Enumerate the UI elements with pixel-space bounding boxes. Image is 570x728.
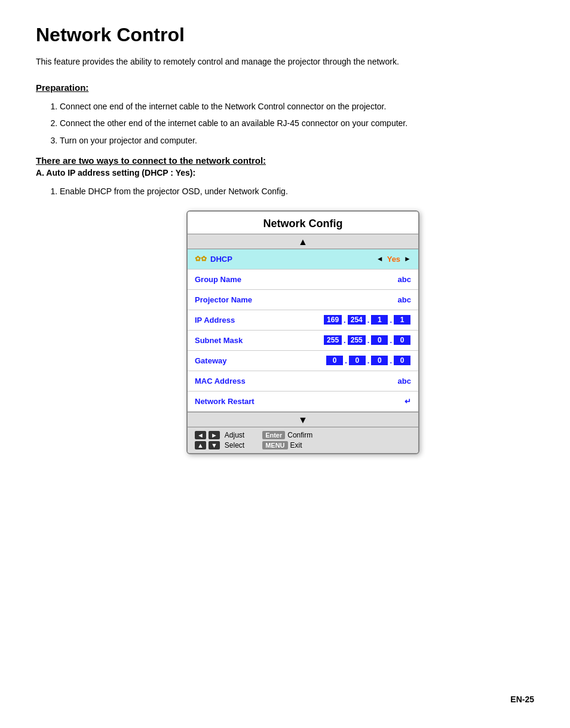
page-title: Network Control [36,24,534,46]
subnet-octet-4: 0 [394,335,410,345]
prep-step-3: Turn on your projector and computer. [60,134,534,147]
ip-octet-2: 254 [348,315,366,325]
ip-octet-3: 1 [371,315,388,325]
dhcp-arrow-left: ◄ [376,255,384,263]
osd-dialog: Network Config ▲ ✿✿ DHCP ◄ Yes ► Group N… [186,210,419,454]
osd-row-gateway: Gateway 0 . 0 . 0 . 0 [188,351,418,371]
footer-adjust-label: Adjust [225,431,244,439]
prep-step-1: Connect one end of the internet cable to… [60,100,534,113]
page-number: EN-25 [510,695,534,704]
footer-exit-label: Exit [290,441,302,449]
osd-label-group-name: Group Name [195,275,398,284]
osd-down-arrow: ▼ [188,412,418,427]
subnet-octet-1: 255 [324,335,342,345]
osd-value-mac-address: abc [398,377,411,386]
footer-confirm: Enter Confirm [262,431,312,439]
osd-label-projector-name: Projector Name [195,295,398,304]
osd-up-arrow: ▲ [188,234,418,249]
osd-container: Network Config ▲ ✿✿ DHCP ◄ Yes ► Group N… [72,210,534,454]
osd-value-network-restart: ↵ [404,397,411,406]
osd-label-mac-address: MAC Address [195,377,398,386]
osd-value-projector-name: abc [398,295,411,304]
osd-row-dhcp: ✿✿ DHCP ◄ Yes ► [188,249,418,270]
osd-row-projector-name: Projector Name abc [188,290,418,310]
osd-row-group-name: Group Name abc [188,270,418,290]
ways-title: There are two ways to connect to the net… [36,155,534,166]
osd-label-network-restart: Network Restart [195,397,404,406]
osd-row-mac-address: MAC Address abc [188,371,418,391]
osd-value-dhcp: ◄ Yes ► [376,255,411,264]
osd-row-ip-address: IP Address 169 . 254 . 1 . 1 [188,310,418,331]
ways-step-1: Enable DHCP from the projector OSD, unde… [60,185,534,198]
osd-row-subnet-mask: Subnet Mask 255 . 255 . 0 . 0 [188,331,418,351]
ways-sub-heading: A. Auto IP address setting (DHCP : Yes): [36,168,534,178]
intro-text: This feature provides the ability to rem… [36,56,534,68]
menu-key: MENU [262,441,287,449]
footer-exit: MENU Exit [262,441,312,449]
subnet-octet-2: 255 [348,335,366,345]
footer-adjust: ◄ ► Adjust [195,431,244,439]
prep-step-2: Connect the other end of the internet ca… [60,117,534,130]
gw-octet-1: 0 [326,356,343,365]
gw-octet-4: 0 [394,356,410,365]
ways-steps: Enable DHCP from the projector OSD, unde… [60,185,534,198]
gw-octet-3: 0 [371,356,388,365]
ip-octet-1: 169 [324,315,342,325]
dhcp-icon: ✿✿ [195,255,207,263]
footer-select-label: Select [225,441,244,449]
osd-title-bar: Network Config [188,212,418,234]
subnet-octet-3: 0 [371,335,388,345]
osd-label-subnet-mask: Subnet Mask [195,336,323,345]
osd-title: Network Config [263,218,343,230]
osd-footer: ◄ ► Adjust ▲ ▼ Select Enter Confirm MENU… [188,427,418,453]
enter-key: Enter [262,431,285,439]
dhcp-arrow-right: ► [404,255,411,263]
osd-value-subnet-mask: 255 . 255 . 0 . 0 [323,335,411,345]
preparation-list: Connect one end of the internet cable to… [60,100,534,147]
osd-value-group-name: abc [398,275,411,284]
osd-label-dhcp: ✿✿ DHCP [195,255,376,264]
osd-label-ip-address: IP Address [195,316,323,325]
osd-label-gateway: Gateway [195,356,326,365]
footer-select: ▲ ▼ Select [195,441,244,449]
ip-octet-4: 1 [394,315,410,325]
footer-confirm-label: Confirm [287,431,312,439]
osd-value-ip-address: 169 . 254 . 1 . 1 [323,315,411,325]
osd-value-gateway: 0 . 0 . 0 . 0 [326,356,411,365]
osd-row-network-restart: Network Restart ↵ [188,391,418,412]
preparation-title: Preparation: [36,82,534,93]
gw-octet-2: 0 [349,356,366,365]
